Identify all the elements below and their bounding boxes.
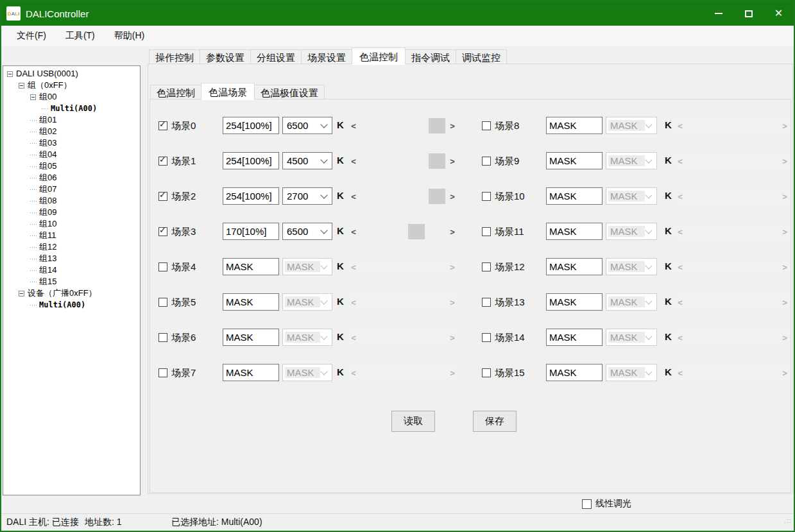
main-tab-0[interactable]: 操作控制: [149, 49, 200, 65]
scrollbar-left-arrow-icon[interactable]: <: [674, 295, 686, 310]
scene-level-input[interactable]: [546, 117, 603, 134]
tree-node-label[interactable]: 组12: [38, 241, 56, 253]
tree-node-label[interactable]: 设备（广播0xFF）: [26, 287, 97, 299]
tree-node-label[interactable]: DALI USB(0001): [15, 68, 78, 80]
save-button[interactable]: 保存: [473, 411, 517, 432]
scrollbar-left-arrow-icon[interactable]: <: [348, 153, 359, 169]
scene-level-input[interactable]: [223, 187, 279, 205]
tree-node-label[interactable]: 组05: [38, 160, 56, 172]
scrollbar-left-arrow-icon[interactable]: <: [674, 153, 686, 169]
scene-cct-select[interactable]: MASK: [606, 152, 657, 169]
scene-checkbox[interactable]: [482, 368, 491, 377]
scrollbar-right-arrow-icon[interactable]: >: [447, 330, 458, 345]
scene-cct-scrollbar[interactable]: <>: [674, 330, 791, 345]
scene-cct-select[interactable]: MASK: [282, 329, 332, 346]
tree-node-label[interactable]: 组14: [38, 264, 56, 276]
scene-level-input[interactable]: [546, 258, 603, 275]
scene-cct-select[interactable]: 2700: [282, 187, 332, 205]
scrollbar-right-arrow-icon[interactable]: >: [447, 259, 458, 275]
scrollbar-thumb[interactable]: [429, 189, 445, 204]
close-button[interactable]: ✕: [764, 1, 794, 26]
scene-cct-scrollbar[interactable]: <>: [348, 224, 458, 239]
tree-node-label[interactable]: 组15: [38, 276, 56, 287]
scene-cct-scrollbar[interactable]: <>: [674, 259, 791, 275]
scrollbar-right-arrow-icon[interactable]: >: [779, 259, 791, 275]
sub-tab-2[interactable]: 色温极值设置: [254, 85, 325, 100]
scrollbar-right-arrow-icon[interactable]: >: [447, 118, 458, 133]
main-tab-6[interactable]: 调试监控: [456, 49, 507, 65]
scene-cct-scrollbar[interactable]: <>: [348, 153, 458, 169]
scene-cct-scrollbar[interactable]: <>: [348, 259, 458, 275]
scene-level-input[interactable]: [223, 258, 279, 275]
scene-checkbox[interactable]: [158, 368, 167, 377]
scene-cct-select[interactable]: MASK: [606, 223, 657, 240]
main-tab-3[interactable]: 场景设置: [301, 49, 352, 65]
menu-item-help[interactable]: 帮助(H): [114, 30, 144, 42]
scrollbar-left-arrow-icon[interactable]: <: [348, 295, 359, 310]
scrollbar-right-arrow-icon[interactable]: >: [779, 153, 791, 169]
scene-cct-select[interactable]: MASK: [282, 258, 332, 275]
scene-checkbox[interactable]: [482, 121, 491, 130]
scene-checkbox[interactable]: ✓: [158, 121, 167, 130]
collapse-expander-icon[interactable]: [19, 83, 24, 89]
scrollbar-right-arrow-icon[interactable]: >: [779, 224, 791, 239]
scene-level-input[interactable]: [223, 117, 279, 134]
scene-level-input[interactable]: [546, 364, 603, 381]
collapse-expander-icon[interactable]: [19, 291, 24, 296]
linear-dimming-checkbox[interactable]: [582, 499, 592, 509]
scrollbar-left-arrow-icon[interactable]: <: [348, 330, 359, 345]
scene-cct-select[interactable]: MASK: [606, 329, 657, 346]
main-tab-1[interactable]: 参数设置: [200, 49, 251, 65]
tree-node-label[interactable]: Multi(A00): [49, 103, 97, 114]
minimize-button[interactable]: [703, 1, 733, 26]
resize-grip-icon[interactable]: .::: [784, 517, 792, 524]
tree-node-label[interactable]: 组08: [38, 195, 56, 207]
scene-cct-scrollbar[interactable]: <>: [674, 295, 791, 310]
scene-cct-scrollbar[interactable]: <>: [348, 118, 458, 133]
sub-tab-1[interactable]: 色温场景: [201, 83, 255, 100]
scrollbar-left-arrow-icon[interactable]: <: [674, 224, 686, 239]
scrollbar-right-arrow-icon[interactable]: >: [447, 189, 458, 204]
scene-checkbox[interactable]: [158, 298, 167, 307]
tree-node-label[interactable]: 组13: [38, 253, 56, 264]
scrollbar-right-arrow-icon[interactable]: >: [447, 224, 458, 239]
scene-checkbox[interactable]: ✓: [158, 157, 167, 166]
scene-level-input[interactable]: [546, 293, 603, 311]
scene-cct-select[interactable]: MASK: [606, 187, 657, 205]
scrollbar-right-arrow-icon[interactable]: >: [779, 365, 791, 381]
scene-cct-select[interactable]: MASK: [606, 293, 657, 311]
scene-level-input[interactable]: [223, 223, 279, 240]
scrollbar-left-arrow-icon[interactable]: <: [348, 365, 359, 381]
scene-cct-select[interactable]: MASK: [606, 258, 657, 275]
scene-cct-select[interactable]: MASK: [282, 293, 332, 311]
read-button[interactable]: 读取: [391, 411, 435, 432]
scene-level-input[interactable]: [546, 152, 603, 169]
tree-node-label[interactable]: 组02: [38, 126, 56, 137]
scene-cct-select[interactable]: MASK: [606, 117, 657, 134]
scene-cct-scrollbar[interactable]: <>: [674, 365, 791, 381]
main-tab-4[interactable]: 色温控制: [352, 47, 406, 65]
sub-tab-0[interactable]: 色温控制: [150, 85, 201, 100]
scrollbar-right-arrow-icon[interactable]: >: [779, 330, 791, 345]
scrollbar-thumb[interactable]: [429, 118, 445, 133]
scene-cct-scrollbar[interactable]: <>: [348, 330, 458, 345]
scene-checkbox[interactable]: ✓: [158, 227, 167, 236]
scrollbar-right-arrow-icon[interactable]: >: [447, 365, 458, 381]
scene-checkbox[interactable]: [158, 333, 167, 342]
scene-cct-scrollbar[interactable]: <>: [348, 365, 458, 381]
scrollbar-thumb[interactable]: [429, 153, 445, 169]
scene-cct-select[interactable]: 4500: [282, 152, 332, 169]
tree-node-label[interactable]: 组04: [38, 149, 56, 160]
scene-checkbox[interactable]: [482, 157, 491, 166]
scrollbar-left-arrow-icon[interactable]: <: [674, 189, 686, 204]
tree-node-label[interactable]: Multi(A00): [38, 299, 85, 311]
scene-checkbox[interactable]: [482, 298, 491, 307]
scrollbar-left-arrow-icon[interactable]: <: [674, 259, 686, 275]
scene-cct-scrollbar[interactable]: <>: [674, 118, 791, 133]
collapse-expander-icon[interactable]: [30, 94, 36, 100]
tree-node-label[interactable]: 组11: [38, 230, 56, 241]
collapse-expander-icon[interactable]: [7, 71, 13, 77]
scrollbar-left-arrow-icon[interactable]: <: [674, 330, 686, 345]
scene-level-input[interactable]: [223, 329, 279, 346]
scrollbar-left-arrow-icon[interactable]: <: [348, 224, 359, 239]
